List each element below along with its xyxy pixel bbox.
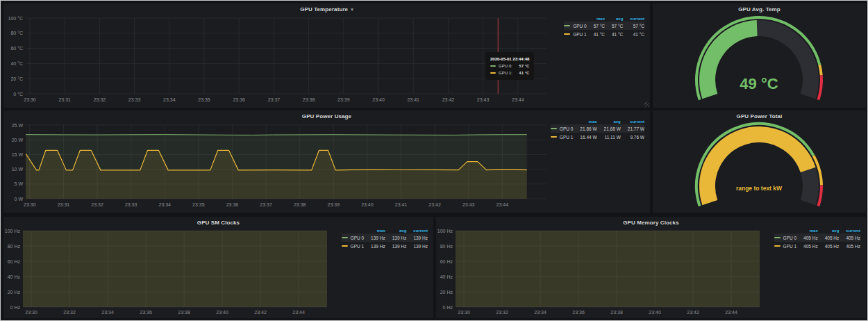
panel-gpu-memory-clocks: GPU Memory Clocks 100 Hz80 Hz60 Hz40 Hz2… xyxy=(436,217,866,318)
y-axis-label: 15 W xyxy=(12,152,24,157)
legend-row: GPU 1405 Hz405 Hz405 Hz xyxy=(774,242,860,250)
tooltip-row: GPU 1:41 °C xyxy=(490,69,529,76)
x-axis-label: 23:39 xyxy=(328,202,340,207)
panel-gpu-power-usage: GPU Power Usage 25 W20 W15 W10 W5 W0 W23… xyxy=(3,110,650,213)
graph-tooltip: 2020-05-01 23:44:48GPU 0:57 °CGPU 1:41 °… xyxy=(485,52,534,80)
y-axis-label: 0 Hz xyxy=(10,305,21,310)
x-axis-label: 23:38 xyxy=(610,310,623,315)
legend-value: 41 °C xyxy=(587,30,605,38)
y-axis-label: 5 W xyxy=(15,181,24,186)
legend-value: 139 Hz xyxy=(364,242,385,250)
x-axis-label: 23:44 xyxy=(292,310,305,315)
legend-series-name[interactable]: GPU 0 xyxy=(783,236,797,240)
legend-value: 139 Hz xyxy=(385,242,407,250)
panel-gpu-power-total: GPU Power Total range to text kW xyxy=(653,110,866,213)
legend-header-max[interactable]: max xyxy=(573,119,596,124)
x-axis-label: 23:44 xyxy=(512,97,524,102)
legend-value: 139 Hz xyxy=(364,233,385,242)
legend-series-name[interactable]: GPU 1 xyxy=(573,32,587,37)
legend-value: 405 Hz xyxy=(818,242,840,250)
x-axis-label: 23:40 xyxy=(216,310,228,315)
x-axis-label: 23:42 xyxy=(254,310,267,315)
legend-series-marker[interactable] xyxy=(342,245,348,247)
legend-series-marker[interactable] xyxy=(774,245,781,247)
y-axis-label: 40 Hz xyxy=(440,274,453,279)
legend-series-marker[interactable] xyxy=(564,25,570,26)
tooltip-series-marker xyxy=(490,65,496,67)
legend-header-avg[interactable]: avg xyxy=(605,16,623,22)
legend-series-name[interactable]: GPU 0 xyxy=(351,236,365,240)
y-axis-label: 40 Hz xyxy=(8,274,21,279)
gauge-value: 49 °C xyxy=(740,75,778,92)
legend-header-current[interactable]: current xyxy=(406,228,428,233)
legend-row: GPU 116.44 W11.11 W9.76 W xyxy=(551,133,644,141)
x-axis-label: 23:36 xyxy=(226,202,239,207)
x-axis-label: 23:40 xyxy=(649,310,661,315)
legend-row: GPU 057 °C57 °C57 °C xyxy=(564,22,644,30)
y-axis-label: 40 °C xyxy=(10,61,23,66)
y-axis-label: 80 °C xyxy=(10,31,23,35)
legend: maxavgcurrentGPU 0139 Hz139 Hz139 HzGPU … xyxy=(342,228,428,250)
x-axis-label: 23:41 xyxy=(395,202,408,207)
legend-series-name[interactable]: GPU 1 xyxy=(560,135,574,140)
x-axis-label: 23:32 xyxy=(91,202,103,207)
legend-series-marker[interactable] xyxy=(551,128,557,129)
tooltip-series-marker xyxy=(490,72,496,74)
legend-series-marker[interactable] xyxy=(342,237,348,238)
legend-series-marker[interactable] xyxy=(564,33,570,35)
legend-header-max[interactable]: max xyxy=(796,228,818,233)
legend-header-current[interactable]: current xyxy=(621,119,644,124)
panel-gpu-sm-clocks: GPU SM Clocks 100 Hz80 Hz60 Hz40 Hz20 Hz… xyxy=(3,217,433,318)
legend-header-avg[interactable]: avg xyxy=(818,228,840,233)
legend-value: 405 Hz xyxy=(796,233,818,242)
legend-value: 405 Hz xyxy=(796,242,818,250)
y-axis-label: 0 °C xyxy=(13,92,23,97)
panel-resize-handle[interactable] xyxy=(644,102,649,107)
legend-header-max[interactable]: max xyxy=(587,16,605,22)
y-axis-label: 80 Hz xyxy=(440,244,453,249)
legend-header-current[interactable]: current xyxy=(839,228,860,233)
legend-series-name[interactable]: GPU 0 xyxy=(573,24,587,28)
x-axis-label: 23:32 xyxy=(496,310,508,315)
legend-series-name[interactable]: GPU 0 xyxy=(560,126,574,131)
legend-series-name[interactable]: GPU 1 xyxy=(351,244,365,249)
legend-value: 41 °C xyxy=(623,30,644,38)
panel-gpu-temperature: GPU Temperature▾ 100 °C80 °C60 °C40 °C20… xyxy=(3,3,650,108)
y-axis-label: 10 W xyxy=(12,167,24,172)
tooltip-row: GPU 0:57 °C xyxy=(490,63,529,69)
x-axis-label: 23:44 xyxy=(725,310,737,315)
panel-gpu-avg-temp: GPU Avg. Temp 49 °C xyxy=(653,3,866,108)
x-axis-label: 23:35 xyxy=(192,202,205,207)
legend-value: 9.76 W xyxy=(621,133,644,141)
legend-header-current[interactable]: current xyxy=(623,16,644,22)
y-axis-label: 60 °C xyxy=(10,46,23,51)
legend-value: 139 Hz xyxy=(406,242,428,250)
x-axis-label: 23:34 xyxy=(101,310,114,315)
x-axis-label: 23:30 xyxy=(24,202,36,207)
x-axis-label: 23:34 xyxy=(163,97,176,102)
series-line-gpu-0 xyxy=(26,135,527,135)
gauge-canvas: 49 °C xyxy=(653,3,866,108)
legend-header-avg[interactable]: avg xyxy=(597,119,621,124)
y-axis-label: 100 °C xyxy=(8,16,23,21)
legend-value: 405 Hz xyxy=(818,233,840,242)
legend-header-avg[interactable]: avg xyxy=(385,228,407,233)
y-axis-label: 0 Hz xyxy=(443,305,453,310)
gauge-canvas: range to text kW xyxy=(653,110,866,213)
legend-series-marker[interactable] xyxy=(551,136,557,138)
legend-series-marker[interactable] xyxy=(774,237,781,238)
y-axis-label: 100 Hz xyxy=(5,229,21,233)
legend-value: 21.77 W xyxy=(621,124,644,133)
legend-header-max[interactable]: max xyxy=(364,228,385,233)
legend-value: 139 Hz xyxy=(385,233,407,242)
x-axis-label: 23:43 xyxy=(477,97,490,102)
x-axis-label: 23:39 xyxy=(337,97,350,102)
x-axis-label: 23:31 xyxy=(58,97,71,102)
legend-value: 16.44 W xyxy=(573,133,596,141)
legend-row: GPU 0139 Hz139 Hz139 Hz xyxy=(342,233,428,242)
x-axis-label: 23:41 xyxy=(407,97,419,102)
legend-series-name[interactable]: GPU 1 xyxy=(783,244,797,249)
y-axis-label: 20 °C xyxy=(10,76,23,81)
x-axis-label: 23:32 xyxy=(63,310,76,315)
x-axis-label: 23:40 xyxy=(372,97,385,102)
